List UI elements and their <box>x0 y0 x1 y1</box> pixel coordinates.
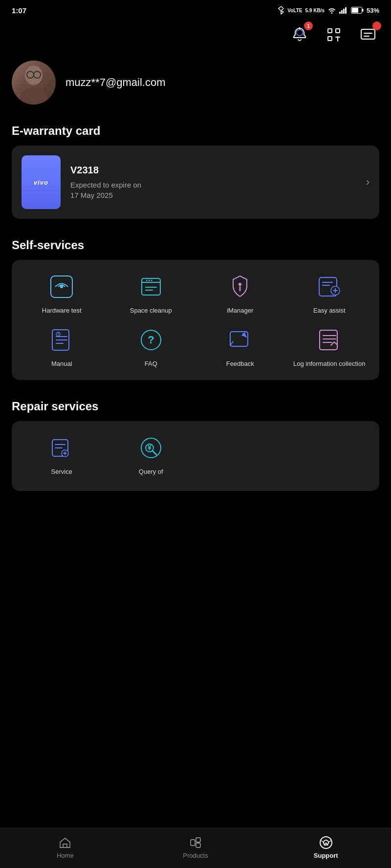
svg-rect-3 <box>345 7 347 14</box>
svg-rect-9 <box>336 29 340 33</box>
repair-service-item[interactable]: Service <box>20 433 104 476</box>
repair-services-title: Repair services <box>0 400 391 421</box>
vivo-logo: vivo <box>34 179 48 186</box>
manual-icon <box>46 325 77 355</box>
nav-products[interactable]: Products <box>130 835 261 859</box>
hardware-test-label: Hardware test <box>42 307 82 315</box>
signal-icon <box>339 7 348 14</box>
svg-rect-35 <box>196 843 200 847</box>
nav-support-label: Support <box>314 852 338 859</box>
hardware-test-icon <box>46 272 77 302</box>
svg-rect-5 <box>352 8 358 13</box>
repair-services-card: Service ¥ Query of <box>12 421 379 491</box>
nav-support[interactable]: Support <box>261 835 391 859</box>
warranty-chevron-icon: › <box>366 176 369 189</box>
message-icon-button[interactable] <box>357 23 379 46</box>
service-hardware-test[interactable]: Hardware test <box>20 272 104 315</box>
svg-rect-33 <box>191 840 195 846</box>
manual-label: Manual <box>51 360 72 368</box>
products-icon <box>188 835 203 850</box>
status-bar: 1:07 VoLTE 5.9 KB/s <box>0 0 391 19</box>
self-services-card: Hardware test Space cleanup <box>12 260 379 380</box>
log-icon <box>314 325 345 355</box>
svg-rect-10 <box>328 37 332 41</box>
message-badge <box>372 21 381 30</box>
svg-text:¥: ¥ <box>148 444 152 451</box>
nav-home[interactable]: Home <box>0 835 130 859</box>
warranty-info: V2318 Expected to expire on17 May 2025 <box>70 165 356 200</box>
bottom-nav: Home Products Support <box>0 828 391 868</box>
svg-text:?: ? <box>148 334 154 346</box>
service-feedback[interactable]: Feedback <box>198 325 282 368</box>
self-services-title: Self-services <box>0 238 391 260</box>
svg-rect-2 <box>343 9 345 14</box>
home-icon <box>58 835 72 850</box>
battery-percent: 53% <box>367 7 379 14</box>
vivo-phone-image: vivo <box>22 155 61 209</box>
service-icon <box>46 433 77 463</box>
svg-rect-1 <box>341 10 343 14</box>
svg-point-19 <box>239 283 241 286</box>
battery-icon <box>351 7 364 14</box>
service-easy-assist[interactable]: Easy assist <box>287 272 372 315</box>
faq-label: FAQ <box>145 360 157 368</box>
feedback-icon <box>225 325 255 355</box>
svg-point-13 <box>20 87 47 105</box>
support-icon <box>319 835 333 850</box>
profile-section: muzz**7@gmail.com <box>0 56 391 124</box>
service-manual[interactable]: Manual <box>20 325 104 368</box>
nav-products-label: Products <box>183 852 208 859</box>
avatar[interactable] <box>12 61 56 105</box>
imanager-icon <box>225 272 255 302</box>
nav-home-label: Home <box>57 852 74 859</box>
space-cleanup-label: Space cleanup <box>130 307 172 315</box>
network-speed: 5.9 KB/s <box>305 8 325 13</box>
status-time: 1:07 <box>12 6 26 15</box>
service-faq[interactable]: ? FAQ <box>109 325 194 368</box>
wifi-icon <box>327 7 336 14</box>
repair-services-grid: Service ¥ Query of <box>20 433 371 476</box>
warranty-section-title: E-warranty card <box>0 124 391 146</box>
feedback-label: Feedback <box>226 360 254 368</box>
svg-rect-8 <box>328 29 332 33</box>
warranty-card[interactable]: vivo V2318 Expected to expire on17 May 2… <box>12 146 379 219</box>
service-log-collection[interactable]: Log information collection <box>287 325 372 368</box>
service-label: Service <box>51 468 72 476</box>
volte-icon: VoLTE <box>287 8 302 13</box>
easy-assist-label: Easy assist <box>313 307 346 315</box>
self-services-grid: Hardware test Space cleanup <box>20 272 371 368</box>
svg-point-17 <box>60 285 63 288</box>
repair-query-item[interactable]: ¥ Query of <box>109 433 194 476</box>
query-icon: ¥ <box>136 433 166 463</box>
top-icons-row: 1 <box>0 19 391 56</box>
status-icons: VoLTE 5.9 KB/s 53% <box>278 6 379 15</box>
bluetooth-icon <box>278 6 284 15</box>
space-cleanup-icon <box>136 272 166 302</box>
warranty-model: V2318 <box>70 165 356 176</box>
warranty-expiry: Expected to expire on17 May 2025 <box>70 180 356 200</box>
service-imanager[interactable]: iManager <box>198 272 282 315</box>
notification-badge: 1 <box>304 21 313 30</box>
faq-icon: ? <box>136 325 166 355</box>
scan-icon-button[interactable] <box>323 23 345 46</box>
svg-rect-11 <box>361 29 375 39</box>
svg-rect-6 <box>362 9 364 12</box>
svg-rect-27 <box>320 330 337 350</box>
imanager-label: iManager <box>227 307 253 315</box>
profile-email: muzz**7@gmail.com <box>65 76 166 89</box>
service-space-cleanup[interactable]: Space cleanup <box>109 272 194 315</box>
svg-rect-0 <box>339 12 341 14</box>
log-collection-label: Log information collection <box>293 360 365 368</box>
query-label: Query of <box>139 468 163 476</box>
notification-icon-button[interactable]: 1 <box>288 23 311 46</box>
svg-rect-34 <box>196 838 200 842</box>
easy-assist-icon <box>314 272 345 302</box>
